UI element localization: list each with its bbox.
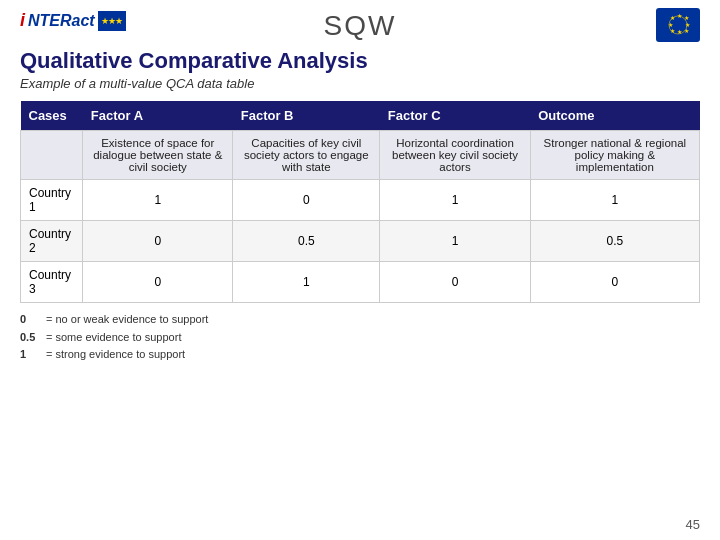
page-number: 45 [686, 517, 700, 532]
interact-logo: i NTERact ★★★ [20, 10, 126, 31]
row3-c: 0 [380, 262, 530, 303]
svg-text:★: ★ [684, 28, 689, 34]
legend-val-0: 0 [20, 311, 42, 329]
row2-b: 0.5 [233, 221, 380, 262]
svg-text:★: ★ [677, 13, 682, 19]
subheader-row: Existence of space for dialogue between … [21, 131, 700, 180]
row2-a: 0 [83, 221, 233, 262]
svg-text:★: ★ [677, 29, 682, 35]
row1-outcome: 1 [530, 180, 699, 221]
main-title: Qualitative Comparative Analysis [0, 46, 720, 76]
eu-logo: ★ ★ ★ ★ ★ ★ ★ ★ [656, 8, 700, 42]
eu-flag-small: ★★★ [98, 11, 126, 31]
col-factor-c: Factor C [380, 101, 530, 131]
svg-text:★: ★ [670, 15, 675, 21]
legend-item-2: 1 = strong evidence to support [20, 346, 700, 364]
subheader-factor-c: Horizontal coordination between key civi… [380, 131, 530, 180]
subtitle: Example of a multi-value QCA data table [0, 76, 720, 101]
row1-case: Country 1 [21, 180, 83, 221]
row1-a: 1 [83, 180, 233, 221]
sqw-title: SQW [324, 10, 397, 42]
subheader-factor-b: Capacities of key civil society actors t… [233, 131, 380, 180]
interact-logo-text: i [20, 10, 25, 31]
svg-text:★: ★ [684, 15, 689, 21]
row1-b: 0 [233, 180, 380, 221]
table-row: Country 1 1 0 1 1 [21, 180, 700, 221]
row1-c: 1 [380, 180, 530, 221]
subheader-factor-a: Existence of space for dialogue between … [83, 131, 233, 180]
legend-val-1: 0.5 [20, 329, 42, 347]
subheader-outcome: Stronger national & regional policy maki… [530, 131, 699, 180]
table-row: Country 2 0 0.5 1 0.5 [21, 221, 700, 262]
svg-text:★: ★ [685, 22, 690, 28]
row2-c: 1 [380, 221, 530, 262]
row3-case: Country 3 [21, 262, 83, 303]
svg-text:★: ★ [670, 28, 675, 34]
legend-item-1: 0.5 = some evidence to support [20, 329, 700, 347]
col-cases: Cases [21, 101, 83, 131]
legend-val-2: 1 [20, 346, 42, 364]
data-table-wrapper: Cases Factor A Factor B Factor C Outcome… [0, 101, 720, 303]
interact-logo-rest: NTERact [28, 12, 95, 30]
subheader-cases [21, 131, 83, 180]
table-row: Country 3 0 1 0 0 [21, 262, 700, 303]
col-factor-a: Factor A [83, 101, 233, 131]
row3-b: 1 [233, 262, 380, 303]
legend-desc-2: = strong evidence to support [46, 346, 185, 364]
row2-case: Country 2 [21, 221, 83, 262]
legend: 0 = no or weak evidence to support 0.5 =… [0, 303, 720, 368]
row3-outcome: 0 [530, 262, 699, 303]
svg-text:★: ★ [668, 22, 673, 28]
qca-table: Cases Factor A Factor B Factor C Outcome… [20, 101, 700, 303]
row3-a: 0 [83, 262, 233, 303]
row2-outcome: 0.5 [530, 221, 699, 262]
legend-item-0: 0 = no or weak evidence to support [20, 311, 700, 329]
col-outcome: Outcome [530, 101, 699, 131]
legend-desc-1: = some evidence to support [46, 329, 181, 347]
legend-desc-0: = no or weak evidence to support [46, 311, 208, 329]
col-factor-b: Factor B [233, 101, 380, 131]
